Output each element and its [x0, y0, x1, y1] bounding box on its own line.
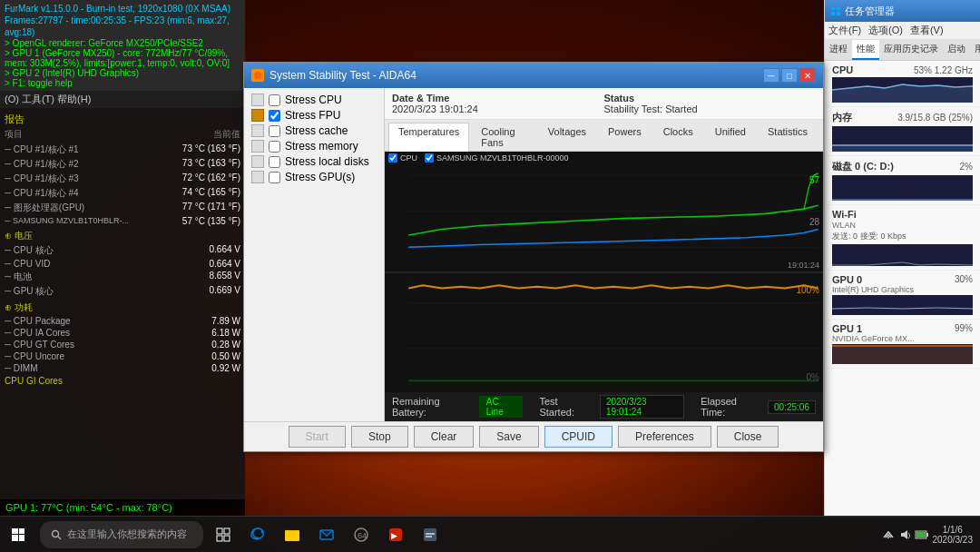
tm-gpu1-value: 99% — [955, 323, 973, 334]
svg-rect-22 — [224, 528, 230, 534]
chart1-value2: 28 — [809, 217, 819, 227]
report-columns: 项目 当前值 — [5, 128, 240, 141]
tab-clocks[interactable]: Clocks — [653, 123, 703, 151]
stress-localdisks-checkbox[interactable] — [269, 156, 280, 168]
tm-memory-header: 内存 3.9/15.8 GB (25%) — [832, 111, 973, 124]
furmark-header: FurMark v1.15.0.0 - Burn-in test, 1920x1… — [0, 0, 245, 91]
svg-rect-24 — [224, 536, 230, 541]
tm-wifi-title: Wi-Fi — [832, 209, 857, 220]
datetime-header: Date & Time — [392, 93, 604, 104]
windows-logo-icon — [12, 528, 24, 541]
chart1-legend: CPU SAMSUNG MZVLB1T0HBLR-00000 — [388, 153, 569, 163]
status-col: Status Stability Test: Started — [604, 93, 817, 114]
maximize-button[interactable]: □ — [781, 68, 798, 83]
tab-voltages[interactable]: Voltages — [538, 123, 596, 151]
tab-powers[interactable]: Powers — [598, 123, 652, 151]
table-row: ─ CPU #1/核心 #1 73 °C (163 °F) — [5, 143, 240, 157]
svg-rect-9 — [831, 6, 835, 10]
stress-localdisks-icon — [251, 155, 264, 168]
table-row: ─ SAMSUNG MZVLB1T0HBLR-... 57 °C (135 °F… — [5, 215, 240, 227]
app-button-1[interactable]: 64 — [345, 518, 377, 551]
tm-gpu0-bar — [832, 295, 973, 315]
save-button[interactable]: Save — [479, 426, 538, 448]
table-row: ─ CPU #1/核心 #4 74 °C (165 °F) — [5, 186, 240, 201]
tm-wifi-subtitle: WLAN — [832, 221, 973, 230]
tm-cpu-header: CPU 53% 1.22 GHz — [832, 64, 973, 75]
close-button[interactable]: Close — [717, 426, 779, 448]
stress-cpu: Stress CPU — [251, 94, 377, 106]
tm-tab-apphistory[interactable]: 应用历史记录 — [879, 40, 943, 60]
tm-disk-title: 磁盘 0 (C: D:) — [832, 160, 894, 173]
tab-temperatures[interactable]: Temperatures — [388, 123, 469, 152]
cpuid-button[interactable]: CPUID — [544, 426, 612, 448]
volume-icon — [898, 528, 911, 541]
furmark-info2: > GPU 1 (GeForce MX250) - core: 772MHz/7… — [5, 48, 240, 68]
taskmanager-window: 任务管理器 文件(F) 选项(O) 查看(V) 进程 性能 应用历史记录 启动 … — [824, 0, 980, 518]
aida-tabs: Temperatures Cooling Fans Voltages Power… — [385, 120, 823, 152]
svg-rect-36 — [926, 533, 928, 537]
samsung-legend-checkbox[interactable] — [425, 153, 434, 163]
svg-rect-15 — [832, 175, 973, 201]
stress-fpu-checkbox[interactable] — [269, 110, 280, 122]
tm-wifi-value: 发送: 0 接受: 0 Kbps — [832, 231, 973, 242]
aida-body: Stress CPU Stress FPU Stress cache Stres… — [244, 88, 823, 421]
tm-gpu0-value: 30% — [955, 274, 973, 285]
tm-tab-processes[interactable]: 进程 — [825, 40, 852, 60]
tm-gpu1-bar — [832, 344, 973, 364]
table-row: ─ CPU 核心 0.664 V — [5, 243, 240, 258]
chart2-value1: 100% — [796, 285, 819, 295]
stop-button[interactable]: Stop — [351, 426, 408, 448]
stress-memory: Stress memory — [251, 140, 377, 153]
stress-gpus-checkbox[interactable] — [269, 172, 280, 183]
cpu-legend-checkbox[interactable] — [388, 153, 397, 163]
chart2-value2: 0% — [807, 372, 819, 382]
tm-tab-startup[interactable]: 启动 — [943, 40, 970, 60]
tab-unified[interactable]: Unified — [705, 123, 756, 151]
app-button-3[interactable] — [414, 518, 446, 551]
table-row: ─ CPU Package 7.89 W — [5, 315, 240, 327]
minimize-button[interactable]: ─ — [763, 68, 779, 83]
tm-gpu1-subtitle: NVIDIA GeForce MX... — [832, 334, 973, 343]
tm-menubar: 文件(F) 选项(O) 查看(V) — [825, 22, 980, 40]
tm-memory-bar-container — [832, 126, 973, 152]
svg-rect-17 — [832, 295, 973, 315]
svg-text:64: 64 — [358, 531, 367, 540]
tm-gpu0-header: GPU 0 30% — [832, 274, 973, 285]
tm-disk-section: 磁盘 0 (C: D:) 2% — [825, 156, 980, 205]
stress-memory-checkbox[interactable] — [269, 141, 280, 153]
tm-tabs: 进程 性能 应用历史记录 启动 用户 详 — [825, 40, 980, 61]
window-controls[interactable]: ─ □ ✕ — [763, 68, 816, 83]
furmark-info4: > F1: toggle help — [5, 78, 240, 88]
svg-rect-37 — [916, 532, 926, 537]
close-window-button[interactable]: ✕ — [799, 68, 816, 83]
stress-cache-checkbox[interactable] — [269, 125, 280, 137]
tab-cooling-fans[interactable]: Cooling Fans — [471, 123, 536, 151]
start-button[interactable]: Start — [289, 426, 346, 448]
start-menu-button[interactable] — [0, 517, 36, 553]
tm-cpu-section: CPU 53% 1.22 GHz — [825, 61, 980, 107]
edge-browser-button[interactable] — [241, 518, 274, 551]
furmark-menubar[interactable]: (O) 工具(T) 帮助(H) — [0, 91, 245, 108]
taskbar-search-bar[interactable]: 在这里输入你想搜索的内容 — [40, 521, 203, 548]
app-button-2[interactable]: ▶ — [379, 518, 412, 551]
table-row: ─ GPU 核心 0.669 V — [5, 284, 240, 299]
preferences-button[interactable]: Preferences — [618, 426, 711, 448]
cpu-gi-cores-label: CPU GI Cores — [5, 376, 240, 386]
clear-button[interactable]: Clear — [414, 426, 475, 448]
stress-cpu-checkbox[interactable] — [269, 94, 280, 106]
table-row: ─ CPU IA Cores 6.18 W — [5, 327, 240, 339]
furmark-report: 报告 项目 当前值 ─ CPU #1/核心 #1 73 °C (163 °F) … — [0, 108, 245, 388]
left-panel: FurMark v1.15.0.0 - Burn-in test, 1920x1… — [0, 0, 245, 508]
table-row: ─ CPU #1/核心 #3 72 °C (162 °F) — [5, 172, 240, 186]
mail-icon — [318, 527, 335, 543]
tab-statistics[interactable]: Statistics — [758, 123, 818, 151]
tm-gpu1-sparkline — [832, 344, 973, 364]
task-view-button[interactable] — [207, 518, 240, 551]
file-explorer-button[interactable] — [276, 518, 309, 551]
svg-rect-5 — [385, 273, 823, 393]
stress-fpu: Stress FPU — [251, 109, 377, 122]
tm-tab-performance[interactable]: 性能 — [852, 40, 879, 60]
tm-tab-users[interactable]: 用户 — [970, 40, 980, 60]
mail-button[interactable] — [310, 518, 343, 551]
gpu-temp-bar: GPU 1: 77°C (min: 54°C - max: 78°C) — [0, 499, 245, 516]
